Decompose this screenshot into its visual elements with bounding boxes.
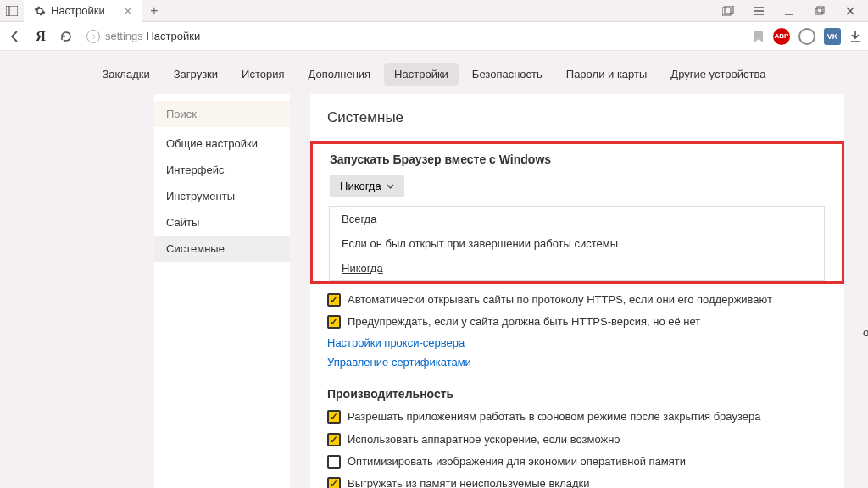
performance-title: Производительность (327, 372, 827, 406)
new-tab-button[interactable]: + (142, 3, 166, 19)
setting-label: Предупреждать, если у сайта должна быть … (348, 314, 700, 330)
dropdown-option[interactable]: Всегда (330, 207, 824, 231)
topnav-item[interactable]: Закладки (92, 63, 159, 86)
svg-rect-3 (725, 6, 733, 14)
sidebar-item[interactable]: Инструменты (154, 183, 290, 209)
topnav-item[interactable]: Другие устройства (660, 63, 776, 86)
url-text: settings Настройки (105, 30, 200, 42)
setting-row: Выгружать из памяти неиспользуемые вклад… (327, 473, 827, 488)
settings-link[interactable]: Настройки прокси-сервера (327, 333, 827, 352)
dropdown-option[interactable]: Если он был открыт при завершении работы… (330, 231, 824, 256)
checkbox[interactable] (327, 477, 341, 488)
topnav-item[interactable]: Настройки (384, 63, 459, 86)
checkbox[interactable] (327, 410, 341, 424)
setting-row: Предупреждать, если у сайта должна быть … (327, 311, 827, 333)
vk-icon[interactable]: VK (824, 28, 841, 45)
settings-sidebar: Поиск Общие настройкиИнтерфейсИнструмент… (154, 94, 290, 488)
checkbox[interactable] (327, 315, 341, 329)
topnav-item[interactable]: Безопасность (462, 63, 553, 86)
settings-link[interactable]: Управление сертификатами (327, 352, 827, 372)
checkbox[interactable] (327, 455, 341, 469)
setting-label: Использовать аппаратное ускорение, если … (348, 432, 620, 447)
highlighted-region: Запускать Браузер вместе с Windows Никог… (310, 141, 844, 284)
setting-label: Выгружать из памяти неиспользуемые вклад… (348, 476, 590, 488)
window-titlebar: Настройки × + (0, 0, 868, 22)
svg-rect-0 (6, 6, 18, 16)
sidebar-item[interactable]: Сайты (154, 209, 290, 236)
sidebar-item[interactable]: Интерфейс (154, 157, 290, 183)
checkbox[interactable] (327, 293, 341, 307)
dropdown-selected-label: Никогда (340, 180, 381, 192)
close-window-icon[interactable] (836, 0, 865, 22)
topnav-item[interactable]: Загрузки (164, 63, 228, 86)
topnav-item[interactable]: Пароли и карты (556, 63, 658, 86)
gear-icon (34, 5, 46, 17)
checkbox[interactable] (327, 433, 341, 446)
chevron-down-icon (387, 184, 394, 189)
setting-row: Оптимизировать изображения для экономии … (327, 451, 827, 473)
browser-tab[interactable]: Настройки × (24, 0, 142, 22)
svg-rect-2 (722, 8, 731, 15)
tab-title: Настройки (51, 4, 105, 17)
setting-label: Разрешать приложениям работать в фоновом… (348, 409, 760, 424)
svg-rect-8 (815, 8, 822, 14)
setting-label: Автоматически открывать сайты по протоко… (348, 292, 772, 308)
address-input[interactable]: ○ settings Настройки (83, 30, 744, 43)
launch-dropdown-button[interactable]: Никогда (330, 175, 404, 197)
setting-row: Использовать аппаратное ускорение, если … (327, 429, 827, 451)
sidebar-search[interactable]: Поиск (154, 101, 290, 127)
launch-with-windows-title: Запускать Браузер вместе с Windows (330, 152, 825, 166)
setting-row: Разрешать приложениям работать в фоновом… (327, 406, 827, 428)
topnav-item[interactable]: История (231, 63, 294, 86)
adblock-icon[interactable]: ABP (773, 28, 790, 45)
close-tab-icon[interactable]: × (125, 4, 131, 18)
bookmark-icon[interactable] (753, 30, 765, 43)
settings-top-nav: ЗакладкиЗагрузкиИсторияДополненияНастрой… (0, 51, 868, 94)
sidebar-item[interactable]: Системные (154, 236, 290, 262)
gost-text-fragment: о ГОСТ. Требуется КриптоПро CSP. (863, 326, 868, 339)
menu-icon[interactable] (744, 0, 773, 22)
panel-toggle-icon[interactable] (0, 0, 24, 22)
sidebar-item[interactable]: Общие настройки (154, 130, 290, 157)
reload-icon[interactable] (58, 28, 75, 45)
copy-window-icon[interactable] (714, 0, 743, 22)
site-info-icon[interactable]: ○ (86, 30, 100, 43)
dropdown-option[interactable]: Никогда (330, 256, 824, 280)
minimize-icon[interactable] (775, 0, 804, 22)
maximize-icon[interactable] (805, 0, 834, 22)
download-icon[interactable] (849, 30, 861, 43)
setting-row: Автоматически открывать сайты по протоко… (327, 289, 827, 311)
address-bar: Я ○ settings Настройки ABP VK (0, 22, 868, 51)
yandex-logo-icon[interactable]: Я (32, 28, 49, 45)
back-icon[interactable] (7, 28, 24, 45)
globe-icon[interactable] (798, 28, 815, 45)
setting-label: Оптимизировать изображения для экономии … (348, 454, 686, 469)
launch-dropdown-menu: ВсегдаЕсли он был открыт при завершении … (329, 206, 825, 281)
topnav-item[interactable]: Дополнения (298, 63, 381, 86)
section-title: Системные (310, 109, 844, 133)
settings-content: Системные Запускать Браузер вместе с Win… (310, 94, 844, 488)
svg-rect-9 (817, 7, 824, 13)
